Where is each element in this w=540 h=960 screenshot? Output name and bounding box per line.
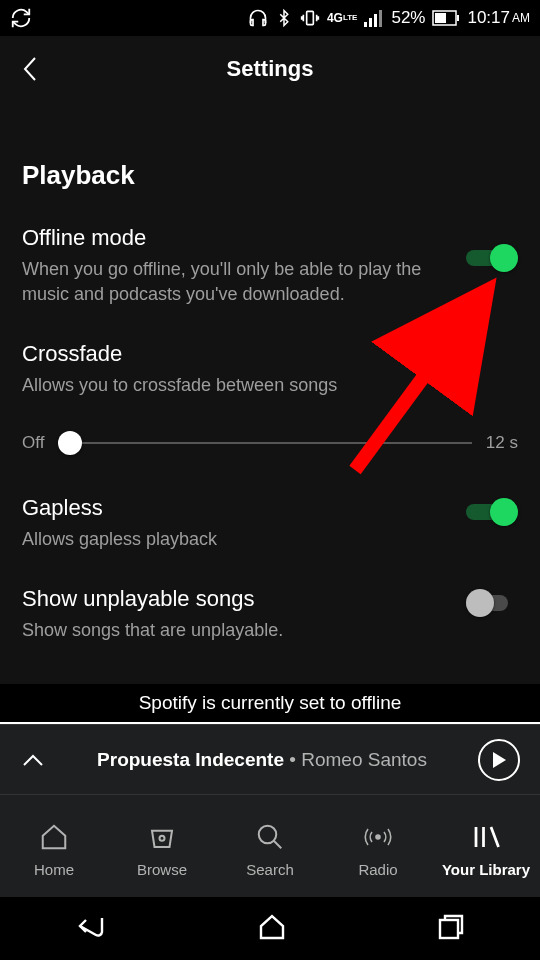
svg-rect-7	[457, 15, 459, 21]
clock-time: 10:17AM	[467, 8, 530, 28]
expand-player-button[interactable]	[20, 753, 46, 767]
section-heading-playback: Playback	[22, 160, 518, 191]
headphones-icon	[248, 8, 268, 28]
browse-icon	[147, 821, 177, 853]
setting-gapless: Gapless Allows gapless playback	[22, 495, 518, 552]
now-playing-artist: Romeo Santos	[301, 749, 427, 770]
svg-rect-2	[369, 18, 372, 27]
setting-desc: Allows you to crossfade between songs	[22, 373, 504, 398]
svg-rect-11	[440, 920, 458, 938]
tab-your-library[interactable]: Your Library	[432, 821, 540, 878]
library-icon	[471, 821, 501, 853]
vibrate-icon	[300, 8, 320, 28]
setting-show-unplayable: Show unplayable songs Show songs that ar…	[22, 586, 518, 643]
bluetooth-icon	[275, 8, 293, 28]
radio-icon	[362, 821, 394, 853]
gapless-toggle[interactable]	[466, 497, 518, 527]
svg-rect-3	[374, 14, 377, 27]
svg-rect-0	[307, 11, 314, 24]
android-recents-button[interactable]	[436, 912, 466, 946]
android-home-button[interactable]	[257, 912, 287, 946]
svg-point-10	[376, 835, 380, 839]
tab-label: Browse	[137, 861, 187, 878]
now-playing-bar[interactable]: Propuesta Indecente • Romeo Santos	[0, 724, 540, 794]
status-bar: 4GLTE 52% 10:17AM	[0, 0, 540, 36]
setting-offline-mode: Offline mode When you go offline, you'll…	[22, 225, 518, 307]
svg-point-8	[160, 835, 165, 840]
svg-rect-1	[364, 22, 367, 27]
slider-left-label: Off	[22, 433, 44, 453]
setting-title: Offline mode	[22, 225, 452, 251]
svg-point-9	[259, 825, 277, 843]
home-icon	[39, 821, 69, 853]
offline-banner: Spotify is currently set to offline	[0, 684, 540, 724]
play-button[interactable]	[478, 739, 520, 781]
network-4g-icon: 4GLTE	[327, 12, 358, 24]
now-playing-track: Propuesta Indecente	[97, 749, 284, 770]
settings-header: Settings	[0, 36, 540, 102]
sync-icon	[10, 7, 32, 29]
tab-browse[interactable]: Browse	[108, 821, 216, 878]
tab-home[interactable]: Home	[0, 821, 108, 878]
setting-title: Show unplayable songs	[22, 586, 452, 612]
back-button[interactable]	[18, 57, 42, 81]
crossfade-slider-row: Off 12 s	[22, 431, 518, 455]
setting-title: Crossfade	[22, 341, 504, 367]
tab-label: Your Library	[442, 861, 530, 878]
setting-desc: When you go offline, you'll only be able…	[22, 257, 452, 307]
page-title: Settings	[227, 56, 314, 82]
tab-label: Home	[34, 861, 74, 878]
show-unplayable-toggle[interactable]	[466, 588, 518, 618]
settings-content: Playback Offline mode When you go offlin…	[0, 102, 540, 643]
setting-crossfade: Crossfade Allows you to crossfade betwee…	[22, 341, 518, 398]
setting-desc: Show songs that are unplayable.	[22, 618, 452, 643]
offline-mode-toggle[interactable]	[466, 243, 518, 273]
tab-bar: Home Browse Search Radio Your Library	[0, 794, 540, 897]
slider-right-label: 12 s	[486, 433, 518, 453]
svg-rect-6	[435, 13, 446, 23]
android-nav-bar	[0, 897, 540, 960]
now-playing-text: Propuesta Indecente • Romeo Santos	[46, 749, 478, 771]
android-back-button[interactable]	[74, 912, 108, 946]
svg-rect-4	[379, 10, 382, 27]
signal-icon	[364, 9, 384, 27]
search-icon	[255, 821, 285, 853]
tab-search[interactable]: Search	[216, 821, 324, 878]
setting-title: Gapless	[22, 495, 452, 521]
battery-pct: 52%	[391, 8, 425, 28]
tab-radio[interactable]: Radio	[324, 821, 432, 878]
crossfade-slider[interactable]	[58, 431, 471, 455]
tab-label: Search	[246, 861, 294, 878]
tab-label: Radio	[358, 861, 397, 878]
battery-icon	[432, 10, 460, 26]
setting-desc: Allows gapless playback	[22, 527, 452, 552]
